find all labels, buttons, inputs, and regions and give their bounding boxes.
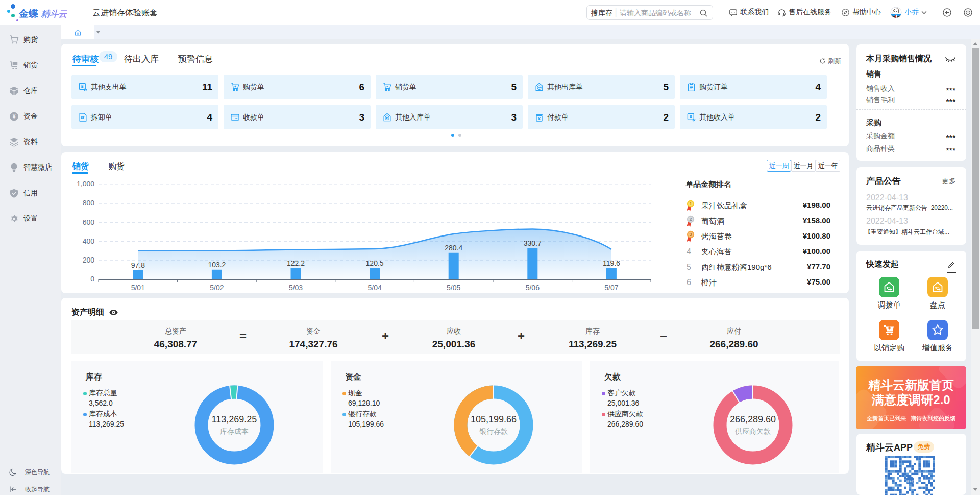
svg-text:¥: ¥ bbox=[13, 114, 16, 120]
svg-text:5/03: 5/03 bbox=[289, 284, 303, 292]
svg-text:5/06: 5/06 bbox=[526, 284, 540, 292]
svg-text:5/07: 5/07 bbox=[604, 284, 618, 292]
svg-text:120.5: 120.5 bbox=[366, 259, 384, 267]
svg-text:5/02: 5/02 bbox=[210, 284, 224, 292]
svg-text:5/05: 5/05 bbox=[447, 284, 460, 292]
svg-text:119.6: 119.6 bbox=[603, 259, 620, 267]
svg-text:122.2: 122.2 bbox=[287, 259, 305, 267]
svg-text:600: 600 bbox=[83, 218, 95, 226]
svg-text:2: 2 bbox=[689, 217, 692, 222]
svg-text:3: 3 bbox=[689, 232, 692, 237]
svg-text:97.8: 97.8 bbox=[131, 261, 145, 269]
svg-text:800: 800 bbox=[83, 199, 95, 207]
svg-text:1,000: 1,000 bbox=[77, 180, 94, 188]
svg-text:280.4: 280.4 bbox=[445, 244, 462, 252]
svg-text:5/01: 5/01 bbox=[131, 284, 145, 292]
svg-text:5/04: 5/04 bbox=[368, 284, 381, 292]
svg-text:200: 200 bbox=[83, 256, 95, 264]
svg-text:400: 400 bbox=[83, 237, 95, 245]
svg-text:103.2: 103.2 bbox=[208, 261, 226, 269]
svg-text:330.7: 330.7 bbox=[524, 239, 542, 247]
svg-text:精斗云: 精斗云 bbox=[906, 480, 914, 483]
svg-text:1: 1 bbox=[689, 201, 692, 206]
svg-text:0: 0 bbox=[90, 275, 94, 283]
